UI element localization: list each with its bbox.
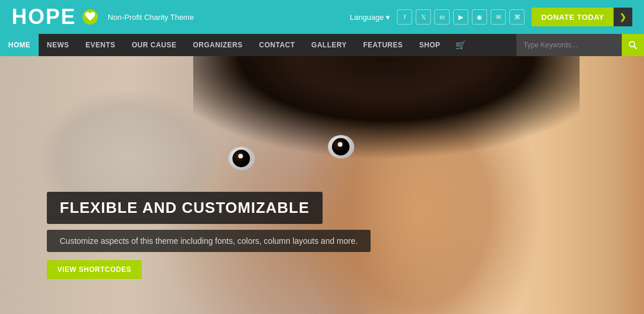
logo-icon	[82, 9, 98, 25]
nav-item-gallery[interactable]: GALLERY	[303, 34, 355, 56]
nav-item-home[interactable]: HOME	[0, 34, 39, 56]
flickr-icon[interactable]: ◉	[472, 9, 487, 25]
donate-button[interactable]: DONATE TODAY	[532, 8, 614, 26]
svg-line-2	[634, 46, 636, 49]
donate-arrow-icon[interactable]: ❯	[614, 8, 632, 26]
search-area	[516, 34, 644, 56]
logo-area: HOPE Non-Profit Charity Theme	[12, 5, 194, 29]
nav-item-features[interactable]: FEATURES	[355, 34, 411, 56]
top-right-area: Language ▾ f 𝕏 in ▶ ◉ ✉ ⌘ DONATE TODAY ❯	[350, 8, 632, 26]
tagline: Non-Profit Charity Theme	[108, 13, 194, 22]
language-chevron-icon: ▾	[386, 13, 390, 22]
donate-button-group[interactable]: DONATE TODAY ❯	[532, 8, 632, 26]
language-selector[interactable]: Language ▾	[350, 13, 390, 22]
hero-eye-shine-right	[338, 142, 342, 147]
facebook-icon[interactable]: f	[397, 9, 412, 25]
nav-item-shop[interactable]: SHOP	[411, 34, 448, 56]
social-icons: f 𝕏 in ▶ ◉ ✉ ⌘	[397, 9, 525, 25]
hero-content: FLEXIBLE AND CUSTOMIZABLE Customize aspe…	[47, 192, 371, 279]
nav-item-organizers[interactable]: ORGANIZERS	[185, 34, 251, 56]
hero-eye-left	[228, 147, 255, 170]
hero-pupil-left	[232, 150, 250, 167]
cart-icon[interactable]: 🛒	[448, 34, 472, 56]
view-shortcodes-button[interactable]: VIEW SHORTCODES	[47, 260, 142, 279]
hero-pupil-right	[332, 138, 350, 156]
language-label: Language	[350, 13, 384, 22]
top-bar: HOPE Non-Profit Charity Theme Language ▾…	[0, 0, 644, 34]
twitter-icon[interactable]: 𝕏	[416, 9, 431, 25]
nav-item-our-cause[interactable]: OUR CAUSE	[124, 34, 185, 56]
nav-item-events[interactable]: EVENTS	[77, 34, 124, 56]
hero-section: FLEXIBLE AND CUSTOMIZABLE Customize aspe…	[0, 56, 644, 314]
search-input[interactable]	[516, 34, 622, 56]
linkedin-icon[interactable]: in	[434, 9, 450, 25]
search-button[interactable]	[622, 34, 644, 56]
search-icon	[629, 41, 637, 49]
nav-links: HOME NEWS EVENTS OUR CAUSE ORGANIZERS CO…	[0, 34, 472, 56]
nav-bar: HOME NEWS EVENTS OUR CAUSE ORGANIZERS CO…	[0, 34, 644, 56]
email-icon[interactable]: ✉	[491, 9, 506, 25]
logo-text: HOPE	[12, 5, 76, 29]
rss-icon[interactable]: ⌘	[509, 9, 525, 25]
hero-subtitle-box: Customize aspects of this theme includin…	[47, 230, 371, 252]
youtube-icon[interactable]: ▶	[453, 9, 468, 25]
hero-eye-right	[328, 135, 354, 158]
hero-title-box: FLEXIBLE AND CUSTOMIZABLE	[47, 192, 323, 224]
hero-subtitle: Customize aspects of this theme includin…	[60, 236, 358, 246]
hero-title: FLEXIBLE AND CUSTOMIZABLE	[60, 199, 310, 216]
nav-item-contact[interactable]: CONTACT	[251, 34, 303, 56]
hero-eye-shine-left	[238, 154, 243, 158]
nav-item-news[interactable]: NEWS	[39, 34, 77, 56]
